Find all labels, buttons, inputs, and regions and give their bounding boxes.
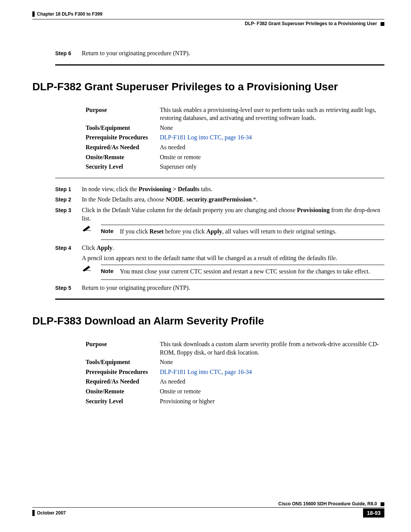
meta-value: As needed: [160, 377, 384, 386]
meta-label: Tools/Equipment: [86, 124, 160, 132]
meta-label: Security Level: [86, 397, 160, 406]
step-label: Step 1: [55, 186, 82, 192]
page-footer: Cisco ONS 15600 SDH Procedure Guide, R8.…: [32, 501, 384, 518]
chapter-header: Chapter 18 DLPs F300 to F399: [32, 11, 384, 17]
meta-divider: [55, 178, 384, 178]
f382-step-2: Step 2 In the Node Defaults area, choose…: [55, 195, 384, 204]
step-text: Return to your originating procedure (NT…: [82, 284, 384, 292]
meta-value: This task downloads a custom alarm sever…: [160, 340, 384, 356]
section-divider: [55, 64, 384, 66]
f382-step-3: Step 3 Click in the Default Value column…: [55, 206, 384, 222]
meta-value: None: [160, 358, 384, 366]
meta-value: None: [160, 124, 384, 132]
f382-step-5: Step 5 Return to your originating proced…: [55, 284, 384, 292]
step-text: Click in the Default Value column for th…: [82, 206, 384, 222]
meta-label: Onsite/Remote: [86, 153, 160, 161]
f382-step-4: Step 4 Click Apply.: [55, 244, 384, 252]
note-text: If you click Reset before you click Appl…: [120, 227, 336, 236]
f382-title: DLP-F382 Grant Superuser Privileges to a…: [32, 81, 384, 93]
meta-value: Onsite or remote: [160, 153, 384, 161]
section-divider: [55, 299, 384, 300]
meta-label: Required/As Needed: [86, 377, 160, 386]
f382-step-4-extra: A pencil icon appears next to the defaul…: [82, 254, 384, 262]
f382-note-2: Note You must close your current CTC ses…: [82, 265, 384, 280]
step-text: Return to your originating procedure (NT…: [82, 49, 384, 58]
prereq-link[interactable]: DLP-F181 Log into CTC, page 16-34: [160, 133, 384, 142]
decorative-square-icon: [381, 22, 384, 26]
meta-value: This task enables a provisioning-level u…: [160, 106, 384, 122]
meta-label: Security Level: [86, 163, 160, 171]
meta-value: Superuser only: [160, 163, 384, 171]
step-label: Step 5: [55, 285, 82, 291]
decorative-square-icon: [381, 502, 384, 506]
meta-value: Provisioning or higher: [160, 397, 384, 406]
step-text: In the Node Defaults area, choose NODE. …: [82, 195, 384, 204]
meta-value: As needed: [160, 143, 384, 152]
meta-label: Onsite/Remote: [86, 387, 160, 396]
meta-label: Purpose: [86, 106, 160, 122]
footer-page-number: 18-93: [363, 508, 384, 518]
note-text: You must close your current CTC session …: [120, 267, 370, 276]
f382-meta-table: PurposeThis task enables a provisioning-…: [86, 106, 384, 171]
note-label: Note: [101, 227, 120, 236]
f383-meta-table: PurposeThis task downloads a custom alar…: [86, 340, 384, 405]
section-header-text: DLP- F382 Grant Superuser Privileges to …: [245, 21, 377, 26]
f382-note-1: Note If you click Reset before you click…: [82, 225, 384, 240]
step-label: Step 3: [55, 207, 82, 213]
f383-title: DLP-F383 Download an Alarm Severity Prof…: [32, 315, 384, 327]
step-text: Click Apply.: [82, 244, 384, 252]
meta-label: Prerequisite Procedures: [86, 133, 160, 142]
meta-label: Purpose: [86, 340, 160, 356]
note-label: Note: [101, 267, 120, 276]
prereq-link[interactable]: DLP-F181 Log into CTC, page 16-34: [160, 368, 384, 376]
f382-step-1: Step 1 In node view, click the Provision…: [55, 185, 384, 193]
meta-value: Onsite or remote: [160, 387, 384, 396]
step-text: In node view, click the Provisioning > D…: [82, 185, 384, 193]
pencil-icon: [82, 265, 101, 280]
section-header: DLP- F382 Grant Superuser Privileges to …: [32, 21, 384, 26]
header-rule: [32, 19, 384, 19]
step-label: Step 2: [55, 197, 82, 203]
step-label: Step 6: [55, 50, 82, 56]
meta-label: Tools/Equipment: [86, 358, 160, 366]
pencil-icon: [82, 225, 101, 240]
meta-label: Required/As Needed: [86, 143, 160, 152]
meta-label: Prerequisite Procedures: [86, 368, 160, 376]
step-label: Step 4: [55, 245, 82, 251]
footer-guide: Cisco ONS 15600 SDH Procedure Guide, R8.…: [278, 501, 377, 506]
footer-date: October 2007: [32, 510, 66, 516]
previous-step-6: Step 6 Return to your originating proced…: [55, 49, 384, 58]
